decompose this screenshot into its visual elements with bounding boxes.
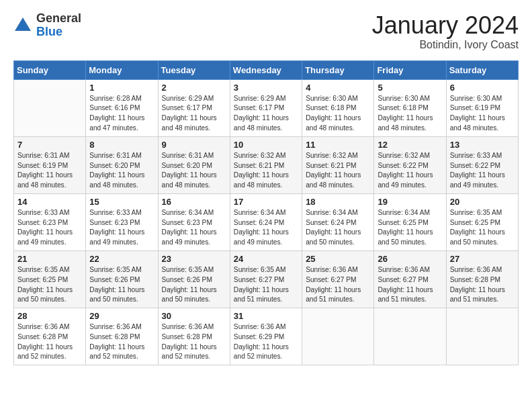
calendar-week-3: 14Sunrise: 6:33 AM Sunset: 6:23 PM Dayli… xyxy=(14,193,519,250)
calendar-week-1: 1Sunrise: 6:28 AM Sunset: 6:16 PM Daylig… xyxy=(14,79,519,136)
calendar-cell: 8Sunrise: 6:31 AM Sunset: 6:20 PM Daylig… xyxy=(86,136,158,193)
day-number: 30 xyxy=(162,311,227,321)
calendar-cell: 18Sunrise: 6:34 AM Sunset: 6:24 PM Dayli… xyxy=(302,193,374,250)
day-info: Sunrise: 6:31 AM Sunset: 6:20 PM Dayligh… xyxy=(162,151,227,191)
calendar-cell: 14Sunrise: 6:33 AM Sunset: 6:23 PM Dayli… xyxy=(14,193,86,250)
col-friday: Friday xyxy=(374,60,446,79)
logo: General Blue xyxy=(13,12,81,39)
logo-text: General Blue xyxy=(36,12,81,39)
day-number: 4 xyxy=(306,83,371,93)
month-title: January 2024 xyxy=(372,12,519,39)
calendar-cell xyxy=(374,308,446,365)
day-info: Sunrise: 6:30 AM Sunset: 6:19 PM Dayligh… xyxy=(450,94,515,134)
calendar-cell: 29Sunrise: 6:36 AM Sunset: 6:28 PM Dayli… xyxy=(86,308,158,365)
day-info: Sunrise: 6:34 AM Sunset: 6:25 PM Dayligh… xyxy=(378,208,443,248)
calendar-cell: 16Sunrise: 6:34 AM Sunset: 6:23 PM Dayli… xyxy=(158,193,230,250)
day-number: 29 xyxy=(89,311,154,321)
location-subtitle: Botindin, Ivory Coast xyxy=(372,39,519,51)
day-info: Sunrise: 6:36 AM Sunset: 6:27 PM Dayligh… xyxy=(306,265,371,305)
day-number: 11 xyxy=(306,140,371,150)
day-info: Sunrise: 6:29 AM Sunset: 6:17 PM Dayligh… xyxy=(162,94,227,134)
calendar-cell: 31Sunrise: 6:36 AM Sunset: 6:29 PM Dayli… xyxy=(230,308,302,365)
day-info: Sunrise: 6:34 AM Sunset: 6:24 PM Dayligh… xyxy=(234,208,299,248)
day-number: 28 xyxy=(17,311,83,321)
day-info: Sunrise: 6:35 AM Sunset: 6:26 PM Dayligh… xyxy=(162,265,227,305)
calendar-cell xyxy=(14,79,86,136)
day-number: 21 xyxy=(17,254,83,264)
day-number: 22 xyxy=(89,254,154,264)
day-info: Sunrise: 6:30 AM Sunset: 6:18 PM Dayligh… xyxy=(306,94,371,134)
day-number: 5 xyxy=(378,83,443,93)
day-number: 6 xyxy=(450,83,515,93)
calendar-week-2: 7Sunrise: 6:31 AM Sunset: 6:19 PM Daylig… xyxy=(14,136,519,193)
day-number: 27 xyxy=(450,254,515,264)
day-info: Sunrise: 6:30 AM Sunset: 6:18 PM Dayligh… xyxy=(378,94,443,134)
day-info: Sunrise: 6:36 AM Sunset: 6:28 PM Dayligh… xyxy=(450,265,515,305)
day-info: Sunrise: 6:35 AM Sunset: 6:27 PM Dayligh… xyxy=(234,265,299,305)
col-monday: Monday xyxy=(86,60,158,79)
day-info: Sunrise: 6:36 AM Sunset: 6:28 PM Dayligh… xyxy=(17,322,83,362)
day-info: Sunrise: 6:31 AM Sunset: 6:19 PM Dayligh… xyxy=(17,151,83,191)
col-sunday: Sunday xyxy=(14,60,86,79)
col-thursday: Thursday xyxy=(302,60,374,79)
logo-general-text: General xyxy=(36,12,81,26)
day-info: Sunrise: 6:29 AM Sunset: 6:17 PM Dayligh… xyxy=(234,94,299,134)
calendar-cell: 30Sunrise: 6:36 AM Sunset: 6:28 PM Dayli… xyxy=(158,308,230,365)
calendar-cell: 1Sunrise: 6:28 AM Sunset: 6:16 PM Daylig… xyxy=(86,79,158,136)
day-number: 7 xyxy=(17,140,83,150)
day-number: 15 xyxy=(89,197,154,207)
calendar-cell: 9Sunrise: 6:31 AM Sunset: 6:20 PM Daylig… xyxy=(158,136,230,193)
day-number: 24 xyxy=(234,254,299,264)
day-number: 10 xyxy=(234,140,299,150)
calendar-cell: 23Sunrise: 6:35 AM Sunset: 6:26 PM Dayli… xyxy=(158,250,230,308)
calendar-cell: 15Sunrise: 6:33 AM Sunset: 6:23 PM Dayli… xyxy=(86,193,158,250)
calendar-cell: 13Sunrise: 6:33 AM Sunset: 6:22 PM Dayli… xyxy=(446,136,518,193)
header-row: Sunday Monday Tuesday Wednesday Thursday… xyxy=(14,60,519,79)
day-info: Sunrise: 6:31 AM Sunset: 6:20 PM Dayligh… xyxy=(89,151,154,191)
day-number: 31 xyxy=(234,311,299,321)
calendar-cell: 11Sunrise: 6:32 AM Sunset: 6:21 PM Dayli… xyxy=(302,136,374,193)
day-info: Sunrise: 6:32 AM Sunset: 6:22 PM Dayligh… xyxy=(378,151,443,191)
calendar-cell: 6Sunrise: 6:30 AM Sunset: 6:19 PM Daylig… xyxy=(446,79,518,136)
calendar-cell: 7Sunrise: 6:31 AM Sunset: 6:19 PM Daylig… xyxy=(14,136,86,193)
calendar-cell: 3Sunrise: 6:29 AM Sunset: 6:17 PM Daylig… xyxy=(230,79,302,136)
day-number: 16 xyxy=(162,197,227,207)
day-number: 14 xyxy=(17,197,83,207)
calendar-week-4: 21Sunrise: 6:35 AM Sunset: 6:25 PM Dayli… xyxy=(14,250,519,308)
day-info: Sunrise: 6:33 AM Sunset: 6:23 PM Dayligh… xyxy=(89,208,154,248)
calendar-cell: 5Sunrise: 6:30 AM Sunset: 6:18 PM Daylig… xyxy=(374,79,446,136)
day-number: 25 xyxy=(306,254,371,264)
day-info: Sunrise: 6:33 AM Sunset: 6:22 PM Dayligh… xyxy=(450,151,515,191)
calendar-cell: 20Sunrise: 6:35 AM Sunset: 6:25 PM Dayli… xyxy=(446,193,518,250)
calendar-cell xyxy=(302,308,374,365)
day-number: 17 xyxy=(234,197,299,207)
day-number: 9 xyxy=(162,140,227,150)
calendar-cell: 24Sunrise: 6:35 AM Sunset: 6:27 PM Dayli… xyxy=(230,250,302,308)
calendar-cell: 2Sunrise: 6:29 AM Sunset: 6:17 PM Daylig… xyxy=(158,79,230,136)
day-info: Sunrise: 6:35 AM Sunset: 6:25 PM Dayligh… xyxy=(450,208,515,248)
calendar-cell: 26Sunrise: 6:36 AM Sunset: 6:27 PM Dayli… xyxy=(374,250,446,308)
logo-icon xyxy=(13,16,32,35)
calendar-cell: 12Sunrise: 6:32 AM Sunset: 6:22 PM Dayli… xyxy=(374,136,446,193)
calendar-week-5: 28Sunrise: 6:36 AM Sunset: 6:28 PM Dayli… xyxy=(14,308,519,365)
day-number: 1 xyxy=(89,83,154,93)
day-info: Sunrise: 6:33 AM Sunset: 6:23 PM Dayligh… xyxy=(17,208,83,248)
calendar-table: Sunday Monday Tuesday Wednesday Thursday… xyxy=(13,60,519,366)
calendar-page: General Blue January 2024 Botindin, Ivor… xyxy=(0,0,532,411)
day-info: Sunrise: 6:32 AM Sunset: 6:21 PM Dayligh… xyxy=(234,151,299,191)
title-block: January 2024 Botindin, Ivory Coast xyxy=(372,12,519,51)
day-number: 18 xyxy=(306,197,371,207)
calendar-cell: 27Sunrise: 6:36 AM Sunset: 6:28 PM Dayli… xyxy=(446,250,518,308)
day-number: 23 xyxy=(162,254,227,264)
day-info: Sunrise: 6:35 AM Sunset: 6:25 PM Dayligh… xyxy=(17,265,83,305)
day-number: 20 xyxy=(450,197,515,207)
calendar-cell: 25Sunrise: 6:36 AM Sunset: 6:27 PM Dayli… xyxy=(302,250,374,308)
day-number: 2 xyxy=(162,83,227,93)
day-number: 26 xyxy=(378,254,443,264)
calendar-cell: 21Sunrise: 6:35 AM Sunset: 6:25 PM Dayli… xyxy=(14,250,86,308)
calendar-cell: 19Sunrise: 6:34 AM Sunset: 6:25 PM Dayli… xyxy=(374,193,446,250)
col-tuesday: Tuesday xyxy=(158,60,230,79)
day-info: Sunrise: 6:36 AM Sunset: 6:28 PM Dayligh… xyxy=(89,322,154,362)
day-info: Sunrise: 6:32 AM Sunset: 6:21 PM Dayligh… xyxy=(306,151,371,191)
col-saturday: Saturday xyxy=(446,60,518,79)
